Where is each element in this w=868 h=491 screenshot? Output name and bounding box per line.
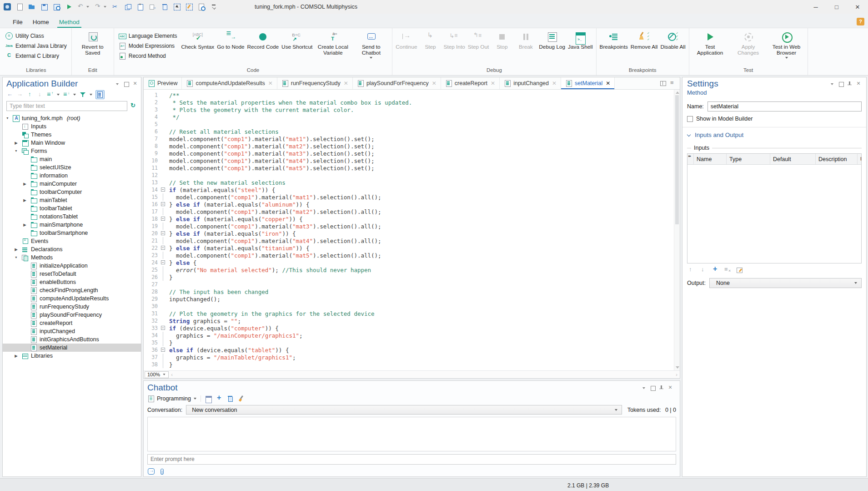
tab-close-icon[interactable]: ✕ [606, 80, 610, 86]
move-row-down-icon[interactable] [699, 266, 707, 273]
tree-item-methods[interactable]: ▼Methods [3, 253, 141, 262]
fold-icon[interactable]: − [161, 231, 165, 235]
duplicate-icon[interactable] [149, 3, 156, 10]
tree-item-createreport[interactable]: createReport [3, 319, 141, 327]
tab-close-icon[interactable]: ✕ [268, 80, 273, 86]
move-down-icon[interactable] [36, 91, 44, 98]
new-conversation-icon[interactable] [216, 395, 223, 402]
filter-funnel-icon[interactable] [79, 91, 86, 98]
record-method-button[interactable]: Record Method [117, 52, 179, 60]
revert-to-saved-button[interactable]: Revert to Saved [75, 30, 110, 56]
tab-createreport[interactable]: createReport✕ [441, 77, 500, 89]
name-input[interactable] [707, 101, 862, 111]
tree-item-toolbarsmartphone[interactable]: toolbarSmartphone [3, 229, 141, 237]
column-header-name[interactable]: Name [694, 154, 727, 164]
help-icon[interactable]: ? [857, 18, 864, 25]
tree-item-toolbartablet[interactable]: toolbarTablet [3, 204, 141, 213]
delete-icon[interactable] [161, 3, 168, 10]
breakpoints-button[interactable]: Breakpoints [600, 30, 628, 50]
open-file-icon[interactable] [28, 3, 35, 10]
minimize-button[interactable]: ─ [805, 0, 826, 14]
save-find-icon[interactable] [53, 3, 60, 10]
collapsed-chevron-icon[interactable]: ▶ [13, 354, 19, 358]
tree-item-events[interactable]: Events [3, 237, 141, 245]
expanded-chevron-icon[interactable]: ▼ [14, 256, 18, 259]
editor-menu-icon[interactable] [669, 80, 677, 87]
ribbon-collapse-icon[interactable] [210, 3, 217, 10]
tree-item-information[interactable]: information [3, 172, 141, 180]
collapsed-chevron-icon[interactable]: ▶ [13, 247, 19, 252]
tree-item-setmaterial[interactable]: setMaterial [3, 344, 141, 352]
expanded-chevron-icon[interactable]: ▼ [14, 149, 18, 153]
scroll-down-icon[interactable] [676, 366, 679, 369]
tree-item-toolbarcomputer[interactable]: toolbarComputer [3, 188, 141, 196]
expanded-chevron-icon[interactable]: ▼ [5, 116, 10, 120]
collapsed-chevron-icon[interactable]: ▶ [22, 198, 28, 202]
tab-close-icon[interactable]: ✕ [552, 80, 557, 86]
collapsed-chevron-icon[interactable]: ▶ [22, 182, 28, 186]
clear-conversation-icon[interactable] [237, 395, 245, 402]
debug-log-button[interactable]: Debug Log [539, 30, 565, 50]
column-header-default[interactable]: Default [770, 154, 816, 164]
test-application-button[interactable]: Test Application [692, 30, 728, 56]
settings-menu-icon[interactable] [829, 81, 836, 87]
collapsed-chevron-icon[interactable]: ▶ [22, 223, 28, 227]
tree-item-selectuisize[interactable]: selectUISize [3, 163, 141, 172]
find-doc-icon[interactable] [198, 3, 205, 10]
filter-funnel-chevron-icon[interactable] [89, 93, 93, 96]
conversation-select[interactable]: New conversation [186, 405, 622, 415]
tab-runfrequencystudy[interactable]: runFrequencyStudy✕ [277, 77, 353, 89]
hscroll-right-icon[interactable]: › [673, 372, 680, 377]
vertical-scrollbar[interactable] [674, 90, 680, 370]
close-button[interactable]: ✕ [847, 0, 868, 14]
code-editor[interactable]: 1/**2 * Sets the material properties whe… [144, 90, 674, 370]
tree-item-inputs[interactable]: Inputs [3, 122, 141, 131]
add-row-icon[interactable] [712, 266, 719, 273]
fold-icon[interactable]: − [161, 217, 165, 221]
tree-item-initializeapplication[interactable]: initializeApplication [3, 262, 141, 270]
clear-frame-icon[interactable] [186, 3, 193, 10]
collapse-levels-chevron-icon[interactable] [73, 93, 76, 96]
tab-inputchanged[interactable]: inputChanged✕ [500, 77, 561, 89]
tab-preview[interactable]: Preview [144, 77, 182, 89]
tab-close-icon[interactable]: ✕ [491, 80, 495, 86]
tree-item-playsoundforfrequency[interactable]: playSoundForFrequency [3, 311, 141, 319]
collapse-levels-icon[interactable] [63, 91, 70, 98]
maximize-button[interactable]: □ [826, 0, 847, 14]
menu-item-method[interactable]: Method [57, 16, 81, 28]
filter-input[interactable] [6, 101, 127, 111]
nav-back-icon[interactable] [6, 91, 14, 98]
test-in-web-browser-button[interactable]: Test in Web Browser [769, 30, 804, 59]
disable-all-button[interactable]: ✓ ✓ ✓Disable All [660, 30, 685, 50]
tree-item-inputchanged[interactable]: inputChanged [3, 327, 141, 335]
tree-item-themes[interactable]: Themes [3, 131, 141, 139]
tree-item-libraries[interactable]: ▶Libraries [3, 352, 141, 360]
select-frame-icon[interactable] [173, 3, 181, 10]
menu-item-file[interactable]: File [11, 16, 25, 28]
panel-close-icon[interactable] [131, 81, 138, 87]
tree-item-checkfindpronglength[interactable]: checkFindProngLength [3, 286, 141, 294]
tab-close-icon[interactable]: ✕ [344, 80, 348, 86]
fold-icon[interactable]: − [161, 348, 165, 352]
model-expressions-button[interactable]: Model Expressions [117, 42, 179, 50]
save-icon[interactable] [40, 3, 48, 10]
new-file-icon[interactable] [16, 3, 23, 10]
column-header-unit[interactable]: Unit [858, 154, 861, 164]
expand-levels-chevron-icon[interactable] [56, 93, 60, 96]
tab-playsoundforfrequency[interactable]: playSoundForFrequency✕ [353, 77, 441, 89]
tree-item-declarations[interactable]: ▶Declarations [3, 245, 141, 253]
send-to-chatbot-button[interactable]: Send to Chatbot [353, 30, 389, 59]
refresh-icon[interactable] [130, 102, 137, 110]
inputs-and-output-section[interactable]: Inputs and Output [687, 132, 862, 138]
inputs-table[interactable]: ▸▸NameTypeDefaultDescriptionUnit [687, 153, 862, 263]
menu-item-home[interactable]: Home [31, 16, 51, 28]
undo-icon[interactable] [77, 3, 85, 10]
tab-setmaterial[interactable]: setMaterial✕ [561, 77, 615, 89]
zoom-control[interactable]: 100% [145, 371, 169, 378]
tree-item-forms[interactable]: ▼Forms [3, 147, 141, 155]
fold-icon[interactable]: − [161, 260, 165, 264]
create-local-variable-button[interactable]: Create Local Variable [315, 30, 351, 56]
remove-all-button[interactable]: ✓ ✓ ✓Remove All [631, 30, 658, 50]
chatbot-pin-icon[interactable] [658, 385, 665, 391]
tab-close-icon[interactable]: ✕ [432, 80, 437, 86]
